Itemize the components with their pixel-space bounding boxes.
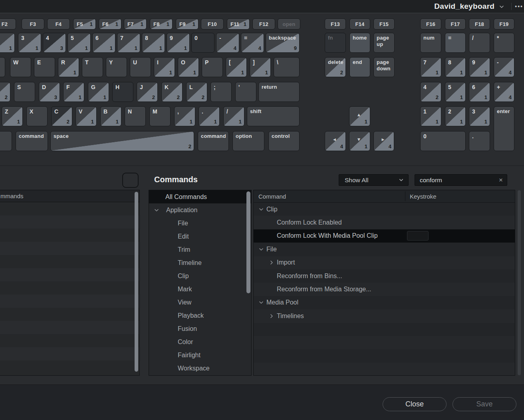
tree-item-trim[interactable]: Trim [149, 243, 251, 256]
tree-item-all-commands[interactable]: All Commands [149, 190, 251, 203]
key-p[interactable]: P [202, 57, 223, 77]
command-row-conform-lock-enabled[interactable]: Conform Lock Enabled [254, 216, 515, 229]
left-panel-row[interactable] [0, 334, 139, 347]
chevron-right-icon[interactable] [269, 313, 274, 319]
key-numpad-minus[interactable]: -4 [494, 57, 514, 77]
key-blank[interactable]: -4 [216, 33, 239, 53]
key-z[interactable]: Z1 [2, 106, 23, 126]
tree-item-color[interactable]: Color [149, 335, 251, 348]
key-w[interactable]: W [10, 57, 31, 77]
tree-item-view[interactable]: View [149, 296, 251, 309]
key-numpad-equals[interactable]: = [445, 33, 466, 53]
column-header-command[interactable]: Command [258, 193, 286, 200]
key-f2[interactable]: F2 [0, 18, 16, 30]
key-g[interactable]: G1 [88, 82, 109, 102]
command-row-timelines[interactable]: Timelines [254, 309, 515, 322]
tree-item-mark[interactable]: Mark [149, 283, 251, 296]
key-command-left[interactable]: command [16, 131, 48, 151]
chevron-right-icon[interactable] [269, 260, 274, 265]
key-arrow-up[interactable]: ▲1 [349, 106, 370, 126]
key-numpad-5[interactable]: 51 [445, 82, 466, 102]
key-blank[interactable]: ,1 [174, 106, 195, 126]
key-backspace[interactable]: backspace9 [266, 33, 300, 53]
key-5[interactable]: 51 [67, 33, 91, 53]
key-fn[interactable]: fn [325, 33, 346, 53]
key-l[interactable]: L2 [186, 82, 207, 102]
key-c[interactable]: C2 [51, 106, 72, 126]
key-numpad-divide[interactable]: / [469, 33, 490, 53]
left-panel-row[interactable] [0, 360, 139, 374]
key-blank[interactable]: [1 [226, 57, 247, 77]
tree-item-workspace[interactable]: Workspace [149, 362, 251, 375]
key-option[interactable]: option [232, 131, 264, 151]
tree-item-timeline[interactable]: Timeline [149, 256, 251, 269]
key-y[interactable]: Y [106, 57, 127, 77]
key-x[interactable]: X [26, 106, 48, 126]
search-input[interactable]: conform × [415, 174, 507, 186]
table-scrollbar[interactable] [518, 190, 521, 375]
key-r[interactable]: R1 [58, 57, 79, 77]
key-page-down[interactable]: page down [373, 57, 395, 77]
column-header-keystroke[interactable]: Keystroke [410, 193, 437, 200]
key-blank[interactable]: ]1 [250, 57, 271, 77]
tree-item-edit[interactable]: Edit [149, 230, 251, 243]
left-panel-row[interactable] [0, 295, 139, 308]
command-row-conform-lock-with-media-pool-clip[interactable]: Conform Lock With Media Pool Clip [254, 229, 515, 243]
key-blank[interactable]: /1 [223, 106, 244, 126]
key-3[interactable]: 31 [18, 33, 41, 53]
key-numpad-3[interactable]: 31 [469, 106, 490, 126]
key-v[interactable]: V1 [75, 106, 97, 126]
keycap-button[interactable] [122, 173, 139, 188]
command-row-reconform-from-bins[interactable]: Reconform from Bins... [254, 269, 515, 283]
key-f13[interactable]: F13 [325, 18, 346, 30]
command-row-reconform-from-media-storage[interactable]: Reconform from Media Storage... [254, 283, 515, 296]
key-blank[interactable]: ' [235, 82, 256, 102]
key-space[interactable]: space2 [50, 131, 194, 151]
key-f[interactable]: F1 [63, 82, 84, 102]
key-blank[interactable]: ; [210, 82, 232, 102]
tree-item-playback[interactable]: Playback [149, 309, 251, 322]
key-f4[interactable]: F4 [47, 18, 70, 30]
key-9[interactable]: 91 [167, 33, 190, 53]
key-f19[interactable]: F19 [494, 18, 514, 30]
key-f9[interactable]: F91 [176, 18, 198, 30]
key-f16[interactable]: F16 [420, 18, 441, 30]
key-f11[interactable]: F111 [227, 18, 250, 30]
key-numpad-plus[interactable]: +4 [494, 82, 514, 102]
key-f8[interactable]: F81 [150, 18, 173, 30]
key-h[interactable]: H [112, 82, 133, 102]
key-numpad-2[interactable]: 21 [445, 106, 466, 126]
key-n[interactable]: N [125, 106, 146, 126]
key-partial-q[interactable] [0, 57, 5, 77]
key-i[interactable]: I1 [154, 57, 175, 77]
key-f12[interactable]: F12 [252, 18, 275, 30]
command-row-file[interactable]: File [254, 243, 515, 256]
chevron-down-icon[interactable] [154, 207, 159, 213]
key-f6[interactable]: F61 [99, 18, 121, 30]
command-row-media-pool[interactable]: Media Pool [254, 296, 515, 309]
key-numpad-9[interactable]: 91 [469, 57, 490, 77]
left-panel-row[interactable] [0, 281, 139, 295]
key-b[interactable]: B1 [100, 106, 121, 126]
chevron-down-icon[interactable] [258, 300, 264, 305]
key-numpad-6[interactable]: 61 [469, 82, 490, 102]
key-numpad-7[interactable]: 71 [420, 57, 441, 77]
command-row-clip[interactable]: Clip [254, 203, 515, 216]
key-f17[interactable]: F17 [445, 18, 466, 30]
key-numpad-0[interactable]: 0 [420, 131, 466, 151]
key-arrow-left[interactable]: ◀4 [325, 131, 346, 151]
key-numpad-decimal[interactable]: . [469, 131, 490, 151]
key-partial-2[interactable]: 1 [0, 33, 15, 53]
left-panel-row[interactable] [0, 321, 139, 334]
left-panel-row[interactable] [0, 202, 139, 215]
tree-item-fusion[interactable]: Fusion [149, 322, 251, 335]
left-panel-row[interactable] [0, 215, 139, 229]
left-panel-row[interactable] [0, 229, 139, 242]
key-home[interactable]: home [349, 33, 370, 53]
key-numpad-4[interactable]: 42 [420, 82, 441, 102]
key-f14[interactable]: F14 [349, 18, 370, 30]
key-numpad-1[interactable]: 11 [420, 106, 441, 126]
key-4[interactable]: 43 [43, 33, 66, 53]
key-8[interactable]: 81 [142, 33, 165, 53]
key-numpad-8[interactable]: 81 [445, 57, 466, 77]
